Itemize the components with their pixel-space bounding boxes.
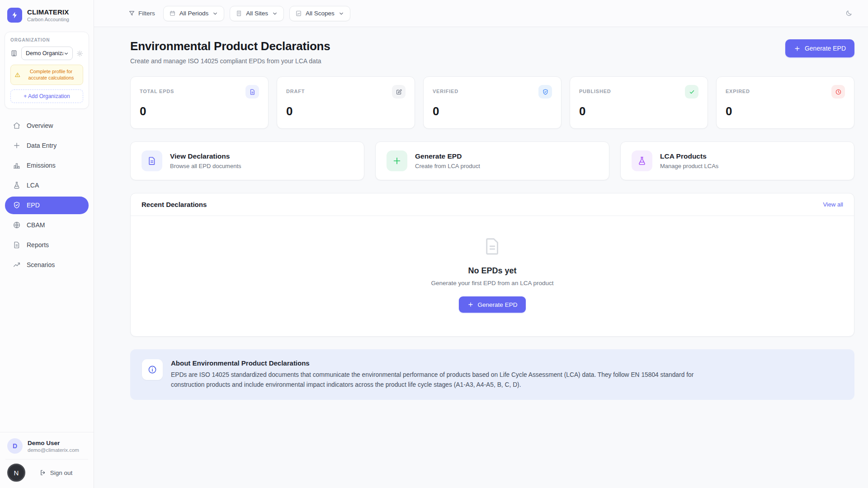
gear-icon[interactable] — [76, 50, 83, 57]
lca-products-card[interactable]: LCA Products Manage product LCAs — [620, 141, 854, 180]
calendar-icon — [169, 10, 176, 17]
sidebar-item-label: Overview — [27, 122, 53, 129]
sidebar-item-scenarios[interactable]: Scenarios — [5, 256, 89, 274]
stat-card-draft: DRAFT 0 — [277, 76, 415, 129]
flask-icon — [632, 150, 652, 171]
organization-select[interactable]: Demo Organiza — [21, 47, 73, 60]
main-area: Filters All Periods All Sites All Scopes… — [94, 0, 868, 488]
chevron-down-icon — [212, 10, 218, 17]
home-icon — [13, 122, 21, 130]
brand-tagline: Carbon Accounting — [27, 17, 69, 22]
sidebar-item-reports[interactable]: Reports — [5, 236, 89, 254]
dropdown-label: All Sites — [246, 10, 268, 17]
empty-generate-epd-button[interactable]: Generate EPD — [459, 296, 526, 313]
sidebar-item-label: Scenarios — [27, 261, 55, 268]
sidebar-item-data-entry[interactable]: Data Entry — [5, 137, 89, 155]
sidebar-item-lca[interactable]: LCA — [5, 177, 89, 194]
globe-icon — [13, 221, 21, 229]
edit-icon — [392, 85, 406, 99]
empty-document-icon — [482, 236, 503, 257]
brand-logo-lightning-icon — [7, 8, 22, 23]
sidebar-item-overview[interactable]: Overview — [5, 117, 89, 135]
chevron-down-icon — [63, 51, 69, 56]
user-area: D Demo User demo@climaterix.com N Sign o… — [0, 432, 94, 488]
quick-actions-row: View Declarations Browse all EPD documen… — [130, 141, 854, 180]
sidebar-item-label: Data Entry — [27, 142, 57, 149]
view-all-link[interactable]: View all — [823, 201, 843, 208]
add-organization-button[interactable]: + Add Organization — [10, 89, 83, 103]
plus-icon — [13, 141, 21, 150]
user-name: Demo User — [28, 440, 79, 446]
plus-icon — [387, 150, 407, 171]
stat-label: DRAFT — [286, 89, 305, 94]
n-badge[interactable]: N — [7, 464, 25, 482]
stats-row: TOTAL EPDS 0 DRAFT 0 VERIFIED 0 — [130, 76, 854, 129]
stat-label: PUBLISHED — [579, 89, 611, 94]
all-scopes-dropdown[interactable]: All Scopes — [289, 6, 350, 21]
recent-declarations-panel: Recent Declarations View all No EPDs yet… — [130, 193, 854, 337]
sign-out-label: Sign out — [50, 469, 73, 476]
profile-warning-banner: Complete profile for accurate calculatio… — [10, 65, 83, 85]
empty-state: No EPDs yet Generate your first EPD from… — [131, 216, 854, 336]
plus-icon — [467, 301, 474, 308]
stat-card-verified: VERIFIED 0 — [423, 76, 561, 129]
filters-label: Filters — [128, 10, 155, 17]
building-icon — [236, 10, 242, 17]
sidebar-item-label: EPD — [27, 202, 40, 209]
dropdown-label: All Periods — [179, 10, 209, 17]
sidebar-item-label: Reports — [27, 241, 49, 249]
stat-value: 0 — [140, 104, 259, 118]
document-icon — [142, 150, 162, 171]
warning-triangle-icon — [14, 72, 20, 78]
about-epd-banner: About Environmental Product Declarations… — [130, 349, 854, 400]
all-periods-dropdown[interactable]: All Periods — [163, 6, 225, 21]
document-icon — [245, 85, 259, 99]
divider — [5, 459, 88, 460]
action-title: LCA Products — [660, 152, 718, 160]
profile-warning-text: Complete profile for accurate calculatio… — [23, 68, 79, 81]
stat-card-expired: EXPIRED 0 — [716, 76, 854, 129]
stat-value: 0 — [579, 104, 698, 118]
sidebar-item-epd[interactable]: EPD — [5, 197, 89, 214]
topbar: Filters All Periods All Sites All Scopes — [94, 0, 868, 27]
chevron-down-icon — [338, 10, 344, 17]
action-subtitle: Browse all EPD documents — [170, 163, 241, 169]
stat-value: 0 — [433, 104, 552, 118]
sign-out-button[interactable]: Sign out — [25, 469, 86, 476]
page-title: Environmental Product Declarations — [130, 39, 330, 53]
stat-label: TOTAL EPDS — [140, 89, 174, 94]
brand: CLIMATERIX Carbon Accounting — [0, 0, 94, 29]
moon-icon — [844, 9, 853, 18]
view-declarations-card[interactable]: View Declarations Browse all EPD documen… — [130, 141, 364, 180]
plus-icon — [794, 45, 801, 52]
stat-card-published: PUBLISHED 0 — [570, 76, 708, 129]
clock-icon — [831, 85, 845, 99]
sidebar-nav: Overview Data Entry Emissions LCA EPD CB… — [0, 117, 94, 274]
shield-check-icon — [538, 85, 552, 99]
dark-mode-toggle[interactable] — [843, 8, 854, 19]
dropdown-label: All Scopes — [306, 10, 335, 17]
generate-epd-button[interactable]: Generate EPD — [785, 39, 854, 57]
user-email: demo@climaterix.com — [28, 447, 79, 453]
scopes-chart-icon — [295, 10, 302, 17]
action-subtitle: Create from LCA product — [415, 163, 480, 169]
sidebar-item-emissions[interactable]: Emissions — [5, 157, 89, 174]
all-sites-dropdown[interactable]: All Sites — [230, 6, 284, 21]
trending-up-icon — [13, 261, 21, 269]
page-subtitle: Create and manage ISO 14025 compliant EP… — [130, 57, 330, 65]
sidebar-item-cbam[interactable]: CBAM — [5, 216, 89, 234]
stat-value: 0 — [726, 104, 845, 118]
generate-epd-card[interactable]: Generate EPD Create from LCA product — [375, 141, 609, 180]
empty-subtitle: Generate your first EPD from an LCA prod… — [431, 280, 554, 286]
organization-select-value: Demo Organiza — [26, 50, 63, 56]
organization-panel: ORGANIZATION Demo Organiza Complete prof… — [5, 32, 89, 109]
sidebar-item-label: Emissions — [27, 162, 56, 169]
stat-card-total-epds: TOTAL EPDS 0 — [130, 76, 269, 129]
brand-name: CLIMATERIX — [27, 8, 69, 16]
action-subtitle: Manage product LCAs — [660, 163, 718, 169]
check-icon — [685, 85, 698, 99]
shield-check-icon — [13, 201, 21, 209]
stat-value: 0 — [286, 104, 406, 118]
info-icon — [142, 359, 163, 380]
organization-label: ORGANIZATION — [10, 38, 83, 42]
